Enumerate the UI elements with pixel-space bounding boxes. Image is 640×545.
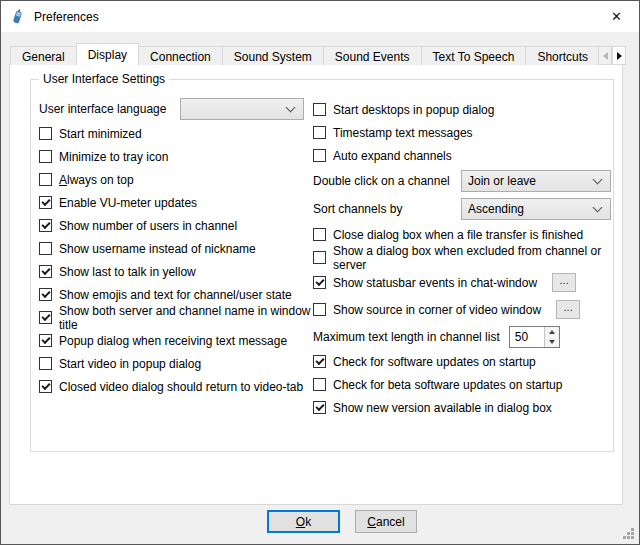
user-interface-settings-group: User Interface Settings User interface l…	[30, 79, 614, 452]
display-tab-page: User Interface Settings User interface l…	[9, 64, 623, 505]
app-icon	[9, 8, 26, 25]
checkbox-label: Timestamp text messages	[333, 126, 473, 140]
tab-general[interactable]: General	[10, 46, 77, 65]
spinner-value: 50	[510, 327, 544, 347]
checkbox[interactable]	[39, 150, 52, 163]
checkbox-row[interactable]: Show username instead of nickname	[39, 237, 313, 260]
checkbox-label: Show emojis and text for channel/user st…	[59, 288, 292, 302]
spin-down-icon[interactable]	[545, 337, 559, 347]
checkbox-label: Always on top	[59, 173, 134, 187]
checkbox[interactable]	[313, 228, 326, 241]
tab-sound-system[interactable]: Sound System	[222, 46, 324, 65]
tab-scroll-left-button	[598, 46, 612, 65]
checkbox[interactable]	[313, 126, 326, 139]
ellipsis-button[interactable]: ...	[556, 300, 580, 319]
checkbox-row[interactable]: Start desktops in popup dialog	[313, 98, 611, 121]
sort-channels-row: Sort channels by Ascending	[313, 195, 611, 223]
checkbox-row[interactable]: Popup dialog when receiving text message	[39, 329, 313, 352]
spinner-arrows	[544, 327, 559, 347]
checkbox[interactable]	[39, 173, 52, 186]
chevron-down-icon	[593, 203, 603, 213]
checkbox-label: Check for beta software updates on start…	[333, 378, 562, 392]
tab-text-to-speech[interactable]: Text To Speech	[421, 46, 527, 65]
close-icon[interactable]: ✕	[594, 1, 639, 32]
checkbox[interactable]	[39, 127, 52, 140]
checkbox-row[interactable]: Check for software updates on startup	[313, 350, 611, 373]
ellipsis-button[interactable]: ...	[552, 273, 576, 292]
checkbox[interactable]	[39, 265, 52, 278]
ui-language-label: User interface language	[39, 102, 166, 116]
right-column: Start desktops in popup dialog Timestamp…	[313, 96, 611, 419]
tab-scroll-right-button[interactable]	[612, 46, 626, 65]
checkbox-row[interactable]: Show both server and channel name in win…	[39, 306, 313, 329]
checkbox-label: Start video in popup dialog	[59, 357, 201, 371]
checkbox-row[interactable]: Always on top	[39, 168, 313, 191]
checkbox-row[interactable]: Check for beta software updates on start…	[313, 373, 611, 396]
checkbox-row[interactable]: Enable VU-meter updates	[39, 191, 313, 214]
checkbox-label: Show number of users in channel	[59, 219, 237, 233]
ok-button[interactable]: Ok	[267, 510, 340, 533]
double-click-row: Double click on a channel Join or leave	[313, 167, 611, 195]
checkbox[interactable]	[39, 357, 52, 370]
cancel-button[interactable]: Cancel	[355, 510, 417, 533]
checkbox[interactable]	[313, 251, 326, 264]
checkbox[interactable]	[313, 401, 326, 414]
checkbox-label: Show new version available in dialog box	[333, 401, 552, 415]
checkbox-row[interactable]: Minimize to tray icon	[39, 145, 313, 168]
checkbox-label: Start minimized	[59, 127, 142, 141]
checkbox[interactable]	[313, 149, 326, 162]
checkbox[interactable]	[39, 380, 52, 393]
checkbox-row[interactable]: Show statusbar events in chat-window ...	[313, 269, 611, 296]
checkbox[interactable]	[39, 311, 52, 324]
checkbox-row[interactable]: Start video in popup dialog	[39, 352, 313, 375]
checkbox[interactable]	[313, 303, 326, 316]
checkbox[interactable]	[313, 355, 326, 368]
checkbox-label: Show both server and channel name in win…	[59, 304, 313, 332]
max-text-length-spinner[interactable]: 50	[509, 326, 560, 348]
checkbox-label: Start desktops in popup dialog	[333, 103, 494, 117]
checkbox[interactable]	[39, 196, 52, 209]
ui-language-combobox[interactable]	[180, 98, 304, 120]
tab-connection[interactable]: Connection	[138, 46, 223, 65]
checkbox-label: Show last to talk in yellow	[59, 265, 196, 279]
checkbox[interactable]	[39, 242, 52, 255]
checkbox-row[interactable]: Show source in corner of video window ..…	[313, 296, 611, 323]
max-text-length-row: Maximum text length in channel list 50	[313, 323, 611, 350]
titlebar: Preferences ✕	[1, 1, 639, 32]
checkbox[interactable]	[313, 276, 326, 289]
checkbox-label: Show statusbar events in chat-window	[333, 276, 537, 290]
sort-channels-label: Sort channels by	[313, 202, 402, 216]
checkbox-row[interactable]: Show a dialog box when excluded from cha…	[313, 246, 611, 269]
spin-up-icon[interactable]	[545, 327, 559, 337]
double-click-combobox[interactable]: Join or leave	[461, 170, 611, 192]
window-title: Preferences	[34, 10, 99, 24]
sort-channels-combobox[interactable]: Ascending	[461, 198, 611, 220]
checkbox-label: Auto expand channels	[333, 149, 452, 163]
chevron-down-icon	[286, 103, 296, 113]
checkbox-label: Popup dialog when receiving text message	[59, 334, 287, 348]
tab-display[interactable]: Display	[76, 43, 139, 65]
tab-sound-events[interactable]: Sound Events	[323, 46, 422, 65]
checkbox-row[interactable]: Auto expand channels	[313, 144, 611, 167]
checkbox-row[interactable]: Show last to talk in yellow	[39, 260, 313, 283]
footer: Ok Cancel	[45, 510, 639, 533]
chevron-down-icon	[593, 175, 603, 185]
tab-shortcuts[interactable]: Shortcuts	[525, 46, 598, 65]
arrow-right-icon	[617, 52, 622, 60]
checkbox-row[interactable]: Show number of users in channel	[39, 214, 313, 237]
checkbox-row[interactable]: Timestamp text messages	[313, 121, 611, 144]
checkbox[interactable]	[313, 103, 326, 116]
checkbox-row[interactable]: Show new version available in dialog box	[313, 396, 611, 419]
checkbox[interactable]	[313, 378, 326, 391]
sort-channels-value: Ascending	[468, 202, 524, 216]
tab-bar: General Display Connection Sound System …	[10, 43, 598, 65]
checkbox-label: Minimize to tray icon	[59, 150, 168, 164]
checkbox-label: Check for software updates on startup	[333, 355, 536, 369]
checkbox-row[interactable]: Start minimized	[39, 122, 313, 145]
checkbox[interactable]	[39, 219, 52, 232]
checkbox-label: Closed video dialog should return to vid…	[59, 380, 303, 394]
group-title: User Interface Settings	[39, 72, 169, 86]
checkbox[interactable]	[39, 288, 52, 301]
checkbox[interactable]	[39, 334, 52, 347]
checkbox-row[interactable]: Closed video dialog should return to vid…	[39, 375, 313, 398]
